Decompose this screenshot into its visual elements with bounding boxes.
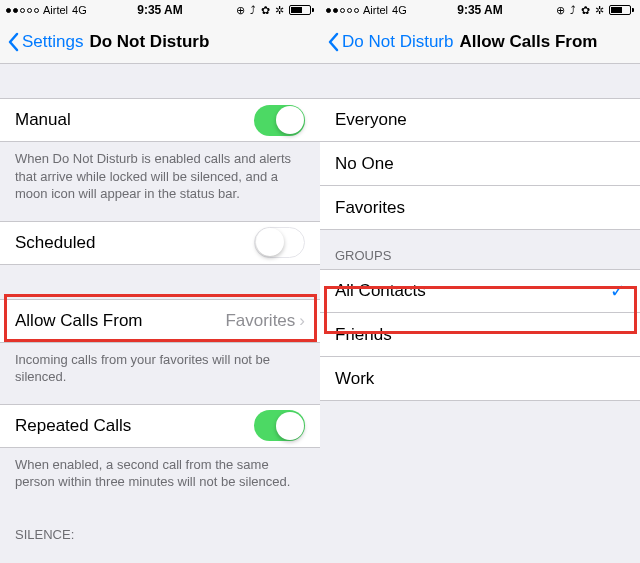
silence-header: SILENCE: [0, 509, 320, 548]
back-button[interactable]: Settings [8, 32, 83, 52]
signal-dots-icon [6, 8, 39, 13]
option-favorites[interactable]: Favorites [320, 186, 640, 230]
options-list: Everyone No One Favorites GROUPS All Con… [320, 64, 640, 563]
back-label: Do Not Disturb [342, 32, 453, 52]
clock: 9:35 AM [137, 3, 183, 17]
chevron-left-icon [328, 32, 340, 52]
network-label: 4G [72, 4, 87, 16]
allow-calls-row[interactable]: Allow Calls From Favorites › [0, 299, 320, 343]
navbar: Settings Do Not Disturb [0, 20, 320, 64]
status-icons: ⊕ ⤴︎ ✿ ✲ [236, 4, 285, 17]
scheduled-toggle[interactable] [254, 227, 305, 258]
allow-calls-label: Allow Calls From [15, 311, 143, 331]
groups-header: GROUPS [320, 230, 640, 269]
allow-calls-footer: Incoming calls from your favorites will … [0, 343, 320, 404]
repeated-calls-toggle[interactable] [254, 410, 305, 441]
allow-calls-value: Favorites [225, 311, 295, 331]
status-bar: Airtel 4G 9:35 AM ⊕ ⤴︎ ✿ ✲ [320, 0, 640, 20]
navbar: Do Not Disturb Allow Calls From [320, 20, 640, 64]
clock: 9:35 AM [457, 3, 503, 17]
group-label: Friends [335, 325, 392, 345]
repeated-calls-footer: When enabled, a second call from the sam… [0, 448, 320, 509]
option-everyone[interactable]: Everyone [320, 98, 640, 142]
carrier-label: Airtel [363, 4, 388, 16]
group-all-contacts[interactable]: All Contacts ✓ [320, 269, 640, 313]
battery-icon [609, 5, 634, 15]
group-label: Work [335, 369, 374, 389]
option-label: No One [335, 154, 394, 174]
settings-list: Manual When Do Not Disturb is enabled ca… [0, 64, 320, 563]
left-pane: Airtel 4G 9:35 AM ⊕ ⤴︎ ✿ ✲ Settings Do N… [0, 0, 320, 563]
page-title: Allow Calls From [459, 32, 597, 52]
status-icons: ⊕ ⤴︎ ✿ ✲ [556, 4, 605, 17]
group-work[interactable]: Work [320, 357, 640, 401]
checkmark-icon: ✓ [610, 280, 625, 302]
chevron-right-icon: › [299, 311, 305, 331]
manual-footer: When Do Not Disturb is enabled calls and… [0, 142, 320, 221]
manual-label: Manual [15, 110, 71, 130]
network-label: 4G [392, 4, 407, 16]
carrier-label: Airtel [43, 4, 68, 16]
repeated-calls-row[interactable]: Repeated Calls [0, 404, 320, 448]
option-label: Everyone [335, 110, 407, 130]
option-label: Favorites [335, 198, 405, 218]
right-pane: Airtel 4G 9:35 AM ⊕ ⤴︎ ✿ ✲ Do Not Distur… [320, 0, 640, 563]
chevron-left-icon [8, 32, 20, 52]
repeated-calls-label: Repeated Calls [15, 416, 131, 436]
battery-icon [289, 5, 314, 15]
manual-row[interactable]: Manual [0, 98, 320, 142]
scheduled-row[interactable]: Scheduled [0, 221, 320, 265]
back-label: Settings [22, 32, 83, 52]
manual-toggle[interactable] [254, 105, 305, 136]
page-title: Do Not Disturb [89, 32, 209, 52]
signal-dots-icon [326, 8, 359, 13]
option-no-one[interactable]: No One [320, 142, 640, 186]
back-button[interactable]: Do Not Disturb [328, 32, 453, 52]
scheduled-label: Scheduled [15, 233, 95, 253]
group-friends[interactable]: Friends [320, 313, 640, 357]
status-bar: Airtel 4G 9:35 AM ⊕ ⤴︎ ✿ ✲ [0, 0, 320, 20]
group-label: All Contacts [335, 281, 426, 301]
